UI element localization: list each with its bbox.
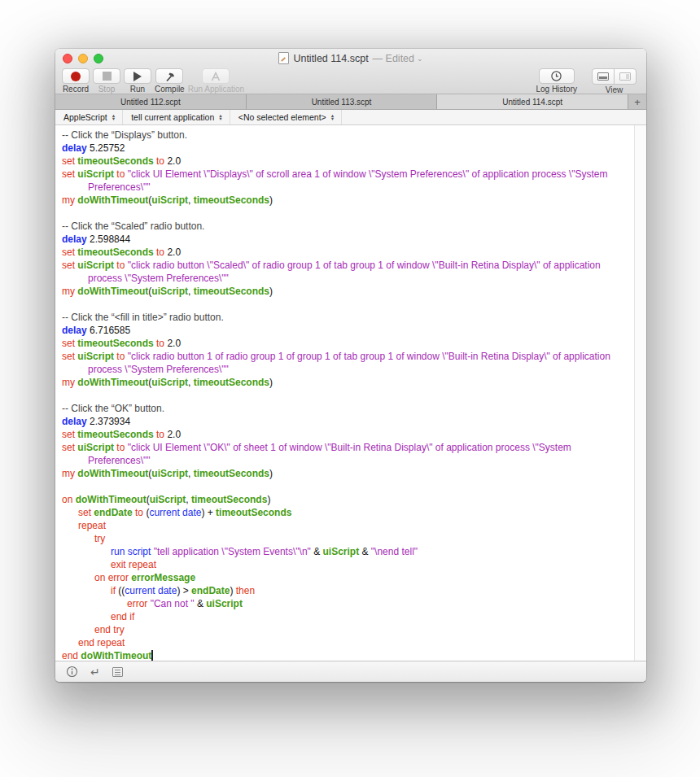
code-line[interactable]: set uiScript to "click radio button \"Sc… <box>55 259 635 285</box>
up-down-chevrons-icon: ▲▼ <box>218 114 222 120</box>
code-line[interactable]: set timeoutSeconds to 2.0 <box>55 155 635 168</box>
code-line[interactable]: end repeat <box>55 636 635 649</box>
up-down-chevrons-icon: ▲▼ <box>112 114 116 120</box>
code-line[interactable]: end if <box>55 610 635 623</box>
run-application-button <box>202 68 230 84</box>
target-popup[interactable]: tell current application ▲▼ <box>123 110 230 124</box>
event-log-button[interactable] <box>112 667 123 677</box>
application-icon <box>209 71 222 82</box>
code-line[interactable]: delay 5.25752 <box>55 142 635 155</box>
code-line[interactable] <box>55 480 635 493</box>
editor[interactable]: -- Click the “Displays” button.delay 5.2… <box>55 125 646 661</box>
code-line[interactable]: delay 2.598844 <box>55 233 635 246</box>
log-history-group: Log History <box>536 68 577 94</box>
stop-button <box>93 68 120 84</box>
run-button-group: Run <box>124 68 151 94</box>
code-line[interactable]: set uiScript to "click radio button 1 of… <box>55 350 635 376</box>
run-label: Run <box>130 85 145 94</box>
title-bar[interactable]: Untitled 114.scpt — Edited ⌄ <box>55 49 646 68</box>
popup-label: AppleScript <box>63 112 107 122</box>
record-label: Record <box>63 85 89 94</box>
code-line[interactable]: exit repeat <box>55 558 635 571</box>
code-line[interactable]: end doWithTimeout <box>55 649 635 661</box>
code-line[interactable]: -- Click the “OK” button. <box>55 402 635 415</box>
run-application-label: Run Application <box>188 85 245 94</box>
tab-label: Untitled 114.scpt <box>502 98 562 107</box>
document-icon <box>278 52 289 64</box>
code-line[interactable]: set uiScript to "click UI Element \"Disp… <box>55 168 635 194</box>
code-line[interactable]: delay 2.373934 <box>55 415 635 428</box>
code-line[interactable]: my doWithTimeout(uiScript, timeoutSecond… <box>55 285 635 298</box>
code-line[interactable] <box>55 389 635 402</box>
event-log-icon <box>112 667 123 677</box>
window-header: Untitled 114.scpt — Edited ⌄ Record Stop… <box>55 49 646 94</box>
code-line[interactable]: error "Can not " & uiScript <box>55 597 635 610</box>
compile-button[interactable] <box>155 68 183 84</box>
code-line[interactable]: set timeoutSeconds to 2.0 <box>55 337 635 350</box>
code-line[interactable]: -- Click the “<fill in title>” radio but… <box>55 311 635 324</box>
view-sidebar-segment[interactable] <box>614 68 637 85</box>
record-button[interactable] <box>62 68 90 84</box>
view-control-group: View <box>592 68 637 94</box>
code-line[interactable]: if ((current date) > endDate) then <box>55 584 635 597</box>
status-bar: ↵ <box>55 661 646 682</box>
event-result-button[interactable]: ↵ <box>90 666 100 679</box>
code-line[interactable]: -- Click the “Displays” button. <box>55 129 635 142</box>
compile-label: Compile <box>155 85 185 94</box>
language-popup[interactable]: AppleScript ▲▼ <box>55 110 123 124</box>
code-line[interactable]: my doWithTimeout(uiScript, timeoutSecond… <box>55 376 635 389</box>
code-line[interactable]: end try <box>55 623 635 636</box>
stop-label: Stop <box>98 85 116 94</box>
record-button-group: Record <box>62 68 90 94</box>
code-line[interactable]: my doWithTimeout(uiScript, timeoutSecond… <box>55 194 635 207</box>
code-line[interactable]: repeat <box>55 519 635 532</box>
code-area[interactable]: -- Click the “Displays” button.delay 5.2… <box>55 125 635 661</box>
tab-bar: Untitled 112.scpt Untitled 113.scpt Unti… <box>55 94 646 110</box>
code-line[interactable] <box>55 207 635 220</box>
window-right-panel-icon <box>619 72 631 81</box>
toolbar-spacer <box>246 68 534 94</box>
code-line[interactable]: -- Click the “Scaled” radio button. <box>55 220 635 233</box>
window-title-group: Untitled 114.scpt — Edited ⌄ <box>55 52 646 64</box>
tab-untitled-114[interactable]: Untitled 114.scpt <box>437 94 628 109</box>
view-editor-segment[interactable] <box>592 68 615 85</box>
window-title: Untitled 114.scpt <box>293 53 368 64</box>
view-label: View <box>606 85 623 94</box>
element-popup[interactable]: <No selected element> ▲▼ <box>230 110 342 124</box>
code-line[interactable]: delay 6.716585 <box>55 324 635 337</box>
add-tab-button[interactable]: + <box>628 94 646 109</box>
scrollbar[interactable] <box>634 125 646 661</box>
tab-untitled-112[interactable]: Untitled 112.scpt <box>55 94 247 109</box>
tab-untitled-113[interactable]: Untitled 113.scpt <box>247 94 438 109</box>
code-line[interactable]: my doWithTimeout(uiScript, timeoutSecond… <box>55 467 635 480</box>
log-history-label: Log History <box>536 85 577 94</box>
code-line[interactable]: on error errorMessage <box>55 571 635 584</box>
title-chevron-down-icon[interactable]: ⌄ <box>417 55 423 63</box>
popup-label: <No selected element> <box>238 112 326 122</box>
clock-icon <box>550 70 562 82</box>
tab-label: Untitled 112.scpt <box>120 98 181 107</box>
code-line[interactable]: set timeoutSeconds to 2.0 <box>55 246 635 259</box>
toolbar: Record Stop Run <box>55 68 646 94</box>
run-button[interactable] <box>124 68 151 84</box>
play-triangle-icon <box>133 72 142 81</box>
window-bottom-bar-icon <box>597 72 609 81</box>
hammer-icon <box>163 70 176 83</box>
code-line[interactable] <box>55 298 635 311</box>
code-line[interactable]: run script "tell application \"System Ev… <box>55 545 635 558</box>
compile-button-group: Compile <box>155 68 185 94</box>
log-history-button[interactable] <box>539 68 575 84</box>
text-cursor <box>151 650 153 661</box>
tab-label: Untitled 113.scpt <box>312 98 372 107</box>
info-circle-icon <box>66 666 78 678</box>
popup-label: tell current application <box>131 112 214 122</box>
code-line[interactable]: set timeoutSeconds to 2.0 <box>55 428 635 441</box>
code-line[interactable]: on doWithTimeout(uiScript, timeoutSecond… <box>55 493 635 506</box>
return-arrow-icon: ↵ <box>90 666 100 679</box>
code-line[interactable]: set uiScript to "click UI Element \"OK\"… <box>55 441 635 467</box>
code-line[interactable]: try <box>55 532 635 545</box>
info-button[interactable] <box>66 666 78 678</box>
stop-button-group: Stop <box>93 68 120 94</box>
code-line[interactable]: set endDate to (current date) + timeoutS… <box>55 506 635 519</box>
up-down-chevrons-icon: ▲▼ <box>330 114 335 120</box>
